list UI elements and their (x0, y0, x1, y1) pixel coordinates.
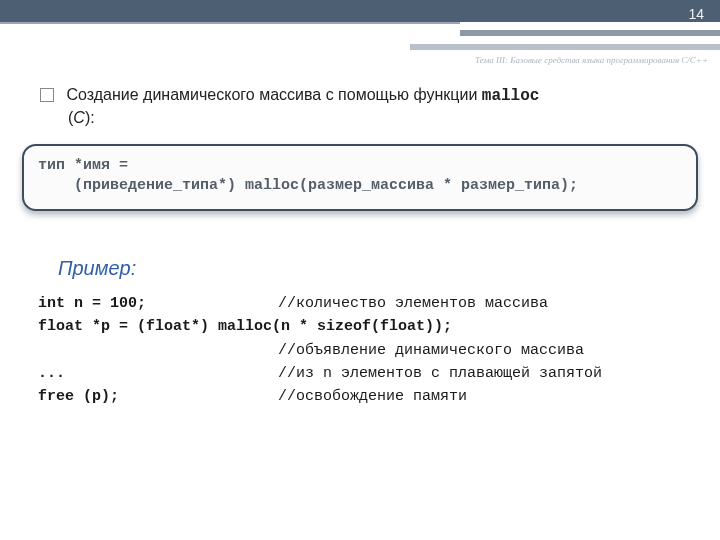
header-band (0, 0, 720, 22)
code-row-3: //объявление динамического массива (38, 339, 690, 362)
code-row-1: int n = 100;//количество элементов масси… (38, 292, 690, 315)
lang-italic: С (73, 109, 85, 126)
bar-dark (460, 30, 720, 36)
header-underline (0, 22, 460, 24)
code-4: ... (38, 362, 278, 385)
code-row-2: float *p = (float*) malloc(n * sizeof(fl… (38, 315, 690, 338)
bullet-icon (40, 88, 54, 102)
syntax-line-2: (приведение_типа*) malloc(размер_массива… (38, 177, 578, 194)
example-title: Пример: (58, 257, 136, 280)
syntax-box: тип *имя = (приведение_типа*) malloc(раз… (22, 144, 698, 211)
page-number: 14 (688, 6, 704, 22)
code-row-4: ...//из n элементов с плавающей запятой (38, 362, 690, 385)
heading: Создание динамического массива с помощью… (68, 86, 680, 127)
chapter-label: Тема III: Базовые средства языка програм… (475, 55, 708, 65)
heading-func: malloc (482, 87, 540, 105)
code-1: int n = 100; (38, 292, 278, 315)
code-row-5: free (p);//освобождение памяти (38, 385, 690, 408)
paren-close: ): (85, 109, 95, 126)
comment-3: //объявление динамического массива (278, 342, 584, 359)
example-code: int n = 100;//количество элементов масси… (38, 292, 690, 408)
bar-light (410, 44, 720, 50)
comment-1: //количество элементов массива (278, 295, 548, 312)
slide: 14 Тема III: Базовые средства языка прог… (0, 0, 720, 540)
comment-5: //освобождение памяти (278, 388, 467, 405)
heading-text: Создание динамического массива с помощью… (66, 86, 481, 103)
code-5: free (p); (38, 385, 278, 408)
syntax-code: тип *имя = (приведение_типа*) malloc(раз… (38, 156, 682, 197)
comment-4: //из n элементов с плавающей запятой (278, 365, 602, 382)
heading-tail: (С): (68, 109, 680, 127)
syntax-line-1: тип *имя = (38, 157, 128, 174)
code-2: float *p = (float*) malloc(n * sizeof(fl… (38, 315, 452, 338)
